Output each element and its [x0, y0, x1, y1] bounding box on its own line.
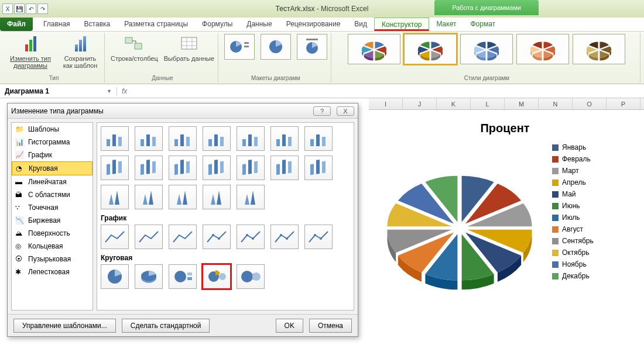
- fx-label[interactable]: fx: [117, 87, 132, 95]
- chart-subtype-thumb[interactable]: [203, 156, 231, 180]
- tab-page-layout[interactable]: Разметка страницы: [117, 18, 195, 31]
- col-J[interactable]: J: [403, 98, 437, 109]
- svg-marker-64: [251, 191, 255, 205]
- chart-subtype-thumb[interactable]: [270, 225, 299, 249]
- embedded-chart[interactable]: Процент ЯнварьФевральМартАпрельМайИюньИю…: [372, 117, 638, 333]
- chart-subtype-thumb[interactable]: [270, 126, 299, 151]
- tab-review[interactable]: Рецензирование: [279, 18, 348, 31]
- chart-subtype-thumb[interactable]: [237, 156, 265, 180]
- col-O[interactable]: O: [573, 98, 607, 109]
- help-icon[interactable]: ?: [313, 106, 331, 116]
- chart-subtype-thumb[interactable]: [101, 156, 129, 180]
- chart-subtype-thumb[interactable]: [135, 126, 163, 151]
- chart-subtype-thumb[interactable]: [135, 156, 163, 180]
- category-Биржевая[interactable]: 📉Биржевая: [12, 214, 93, 227]
- category-С областями[interactable]: 🏔С областями: [12, 188, 93, 201]
- category-icon: ◔: [16, 164, 25, 172]
- svg-rect-33: [322, 137, 326, 146]
- col-K[interactable]: K: [437, 98, 471, 109]
- manage-templates-button[interactable]: Управление шаблонами...: [13, 319, 116, 333]
- chart-subtype-thumb[interactable]: [237, 225, 265, 249]
- chart-layout-2[interactable]: [261, 34, 291, 60]
- select-data-button[interactable]: Выбрать данные: [164, 34, 214, 62]
- chart-layout-3[interactable]: [297, 34, 327, 60]
- chart-style-1[interactable]: [348, 34, 400, 64]
- svg-rect-41: [180, 160, 184, 174]
- chart-subtype-thumb[interactable]: [304, 126, 333, 151]
- undo-icon[interactable]: ↶: [26, 4, 36, 14]
- chart-subtype-thumb[interactable]: [101, 225, 129, 249]
- chart-subtype-thumb[interactable]: [101, 264, 129, 289]
- dialog-titlebar[interactable]: Изменение типа диаграммы ? X: [8, 104, 358, 119]
- svg-rect-77: [187, 272, 192, 275]
- name-box[interactable]: Диаграмма 1 ▼: [0, 87, 117, 95]
- category-icon: ◎: [15, 242, 25, 250]
- chart-subtype-thumb[interactable]: [237, 185, 265, 209]
- tab-data[interactable]: Данные: [239, 18, 279, 31]
- save-as-template-button[interactable]: Сохранить как шаблон: [60, 34, 101, 69]
- switch-row-column-button[interactable]: Строка/столбец: [111, 34, 158, 62]
- svg-point-66: [218, 237, 220, 240]
- chart-subtype-thumb[interactable]: [135, 225, 163, 249]
- chart-subtype-thumb[interactable]: [203, 225, 231, 249]
- col-N[interactable]: N: [539, 98, 573, 109]
- category-График[interactable]: 📈График: [12, 149, 93, 161]
- chart-style-3[interactable]: [460, 34, 513, 64]
- category-Линейчатая[interactable]: ▬Линейчатая: [12, 175, 93, 188]
- category-Круговая[interactable]: ◔Круговая: [12, 161, 93, 175]
- chart-subtype-thumb[interactable]: [203, 126, 231, 151]
- tab-file[interactable]: Файл: [0, 18, 33, 31]
- cancel-button[interactable]: Отмена: [309, 319, 352, 333]
- chart-subtype-thumb[interactable]: [135, 264, 163, 289]
- category-Гистограмма[interactable]: 📊Гистограмма: [12, 136, 93, 149]
- col-I[interactable]: I: [369, 98, 403, 109]
- tab-formulas[interactable]: Формулы: [195, 18, 239, 31]
- col-L[interactable]: L: [471, 98, 505, 109]
- category-Точечная[interactable]: ∵Точечная: [12, 201, 93, 214]
- tab-home[interactable]: Главная: [36, 18, 77, 31]
- chart-layout-1[interactable]: [224, 34, 255, 60]
- category-Шаблоны[interactable]: 📁Шаблоны: [12, 123, 93, 136]
- category-Пузырьковая[interactable]: ⦿Пузырьковая: [12, 253, 93, 265]
- ok-button[interactable]: OK: [276, 319, 303, 333]
- chart-subtype-thumb[interactable]: [169, 156, 197, 180]
- tab-view[interactable]: Вид: [347, 18, 374, 31]
- chart-subtype-thumb[interactable]: [169, 264, 197, 289]
- change-chart-type-button[interactable]: Изменить тип диаграммы: [7, 34, 54, 69]
- chart-subtype-thumb[interactable]: [101, 126, 129, 151]
- chart-subtype-thumb[interactable]: [304, 156, 333, 180]
- chart-subtype-thumb[interactable]: [304, 225, 333, 249]
- legend-item: Ноябрь: [552, 260, 594, 268]
- chart-subtype-thumb[interactable]: [169, 185, 197, 209]
- tab-insert[interactable]: Вставка: [77, 18, 118, 31]
- col-P[interactable]: P: [607, 98, 640, 109]
- chart-subtype-thumb[interactable]: [203, 264, 231, 289]
- chart-subtype-thumb[interactable]: [169, 225, 197, 249]
- excel-icon[interactable]: X: [2, 4, 13, 14]
- redo-icon[interactable]: ↷: [37, 4, 48, 14]
- template-icon: [70, 34, 90, 54]
- svg-rect-23: [214, 134, 218, 146]
- chart-subtype-thumb[interactable]: [270, 156, 299, 180]
- category-Лепестковая[interactable]: ✱Лепестковая: [12, 265, 93, 278]
- chart-subtype-thumb[interactable]: [101, 185, 129, 209]
- close-icon[interactable]: X: [337, 106, 354, 116]
- tab-format[interactable]: Формат: [463, 18, 502, 31]
- chart-style-5[interactable]: [573, 34, 625, 64]
- chart-subtype-thumb[interactable]: [135, 185, 163, 209]
- tab-design[interactable]: Конструктор: [374, 18, 429, 31]
- tab-layout[interactable]: Макет: [429, 18, 463, 31]
- dropdown-icon[interactable]: ▼: [107, 88, 112, 94]
- category-Кольцевая[interactable]: ◎Кольцевая: [12, 240, 93, 253]
- chart-style-2[interactable]: [404, 34, 457, 64]
- chart-subtype-thumb[interactable]: [237, 126, 265, 151]
- col-M[interactable]: M: [505, 98, 539, 109]
- set-default-button[interactable]: Сделать стандартной: [122, 319, 210, 333]
- chart-subtype-thumb[interactable]: [237, 264, 265, 289]
- category-Поверхность[interactable]: ⛰Поверхность: [12, 227, 93, 240]
- chart-subtype-thumb[interactable]: [169, 126, 197, 151]
- chart-style-4[interactable]: [516, 34, 569, 64]
- chart-subtype-thumb[interactable]: [203, 185, 231, 209]
- legend-swatch: [552, 144, 559, 151]
- save-icon[interactable]: 💾: [14, 4, 25, 14]
